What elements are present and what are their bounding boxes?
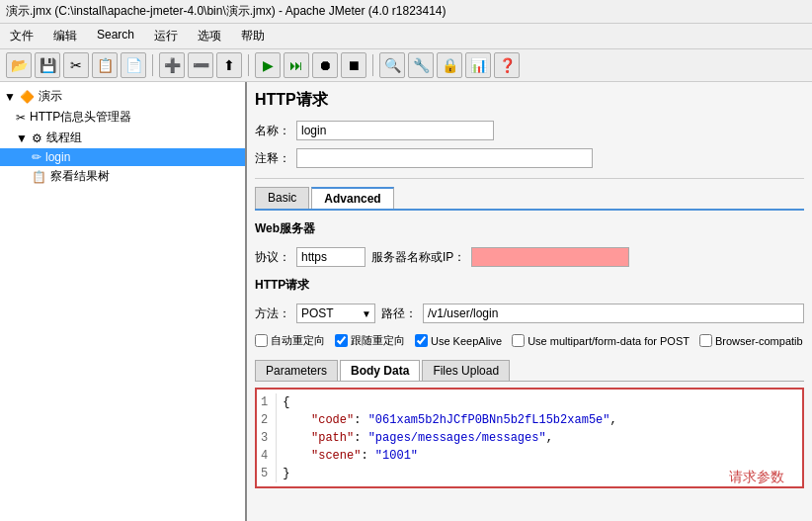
toolbar-sep-2 — [248, 54, 249, 76]
method-wrapper: POST GET PUT DELETE ▼ — [296, 304, 375, 323]
checkbox-auto-redirect[interactable]: 自动重定向 — [255, 333, 325, 348]
keepalive-checkbox[interactable] — [415, 334, 428, 347]
menu-help[interactable]: 帮助 — [235, 26, 271, 46]
right-panel: HTTP请求 名称： 注释： Basic Advanced Web服务器 协议：… — [247, 82, 812, 521]
divider-1 — [255, 178, 804, 179]
tree-item-login[interactable]: ✏ login — [0, 148, 245, 166]
tab-bar: Basic Advanced — [255, 187, 804, 211]
http-request-section-title: HTTP请求 — [255, 277, 804, 294]
btn-copy[interactable]: 📋 — [92, 52, 118, 78]
tab-basic[interactable]: Basic — [255, 187, 309, 209]
server-row: 协议： 服务器名称或IP： — [255, 247, 804, 267]
menu-edit[interactable]: 编辑 — [47, 26, 83, 46]
body-tab-bar: Parameters Body Data Files Upload — [255, 360, 804, 382]
tree-item-thread-group[interactable]: ▼ ⚙ 线程组 — [0, 128, 245, 148]
btn-save[interactable]: 💾 — [35, 52, 60, 78]
btn-cut[interactable]: ✂ — [63, 52, 89, 78]
path-input[interactable] — [423, 304, 804, 323]
menu-bar: 文件 编辑 Search 运行 选项 帮助 — [0, 24, 812, 49]
menu-search[interactable]: Search — [91, 26, 140, 46]
name-row: 名称： — [255, 121, 804, 140]
checkboxes-row: 自动重定向 跟随重定向 Use KeepAlive Use multipart/… — [255, 333, 804, 348]
main-layout: ▼ 🔶 演示 ✂ HTTP信息头管理器 ▼ ⚙ 线程组 ✏ login 📋 察看… — [0, 82, 812, 521]
tree-item-label: 察看结果树 — [50, 168, 110, 185]
tree-item-view-result[interactable]: 📋 察看结果树 — [0, 166, 245, 187]
tab-parameters[interactable]: Parameters — [255, 360, 338, 381]
btn-add[interactable]: ➕ — [159, 52, 185, 78]
request-params-label: 请求参数 — [729, 469, 784, 486]
protocol-label: 协议： — [255, 249, 290, 266]
toolbar-sep-1 — [152, 54, 153, 76]
comment-row: 注释： — [255, 148, 804, 168]
name-label: 名称： — [255, 123, 290, 139]
title-bar: 演示.jmx (C:\install\apache-jmeter-4.0\bin… — [0, 0, 812, 24]
demo-icon: 🔶 — [20, 90, 35, 104]
http-header-icon: ✂ — [16, 111, 26, 125]
multipart-checkbox[interactable] — [512, 334, 525, 347]
left-panel: ▼ 🔶 演示 ✂ HTTP信息头管理器 ▼ ⚙ 线程组 ✏ login 📋 察看… — [0, 82, 247, 521]
expand-icon: ▼ — [4, 90, 16, 104]
btn-up[interactable]: ⬆ — [216, 52, 242, 78]
view-result-icon: 📋 — [32, 170, 46, 184]
checkbox-follow-redirect[interactable]: 跟随重定向 — [335, 333, 405, 348]
title-text: 演示.jmx (C:\install\apache-jmeter-4.0\bin… — [6, 4, 447, 18]
btn-run[interactable]: ▶ — [255, 52, 281, 78]
toolbar: 📂 💾 ✂ 📋 📄 ➕ ➖ ⬆ ▶ ⏭ ⏺ ⏹ 🔍 🔧 🔒 📊 ❓ — [0, 49, 812, 82]
auto-redirect-checkbox[interactable] — [255, 334, 268, 347]
tree-item-demo[interactable]: ▼ 🔶 演示 — [0, 86, 245, 107]
code-content[interactable]: { "code": "061xam5b2hJCfP0BNn5b2fL15b2xa… — [283, 393, 798, 482]
server-input[interactable] — [471, 247, 629, 267]
toolbar-sep-3 — [372, 54, 373, 76]
login-icon: ✏ — [32, 150, 41, 164]
btn-run-all[interactable]: ⏭ — [284, 52, 309, 78]
panel-title: HTTP请求 — [255, 90, 804, 111]
tab-body-data[interactable]: Body Data — [340, 360, 420, 381]
btn-settings[interactable]: 🔧 — [408, 52, 434, 78]
server-name-label: 服务器名称或IP： — [371, 249, 465, 266]
btn-search[interactable]: 🔍 — [379, 52, 405, 78]
follow-redirect-checkbox[interactable] — [335, 334, 348, 347]
menu-file[interactable]: 文件 — [4, 26, 40, 46]
http-request-row: 方法： POST GET PUT DELETE ▼ 路径： — [255, 304, 804, 323]
menu-options[interactable]: 选项 — [192, 26, 227, 46]
btn-paste[interactable]: 📄 — [121, 52, 146, 78]
btn-open[interactable]: 📂 — [6, 52, 32, 78]
menu-run[interactable]: 运行 — [148, 26, 184, 46]
tree-item-http-header[interactable]: ✂ HTTP信息头管理器 — [0, 107, 245, 128]
btn-remove[interactable]: ➖ — [188, 52, 213, 78]
tab-files-upload[interactable]: Files Upload — [422, 360, 510, 381]
code-editor[interactable]: 1 2 3 4 5 { "code": "061xam5b2hJCfP0BNn5… — [255, 388, 804, 488]
btn-lock[interactable]: 🔒 — [437, 52, 462, 78]
btn-chart[interactable]: 📊 — [465, 52, 491, 78]
btn-stop[interactable]: ⏺ — [312, 52, 338, 78]
tree-item-label: 线程组 — [46, 130, 82, 146]
thread-group-icon: ⚙ — [32, 131, 42, 145]
tree-item-label: HTTP信息头管理器 — [30, 109, 131, 126]
line-numbers: 1 2 3 4 5 — [261, 393, 277, 482]
checkbox-browser[interactable]: Browser-compatib — [699, 334, 803, 347]
path-label: 路径： — [381, 305, 417, 322]
method-label: 方法： — [255, 305, 290, 322]
tree-item-label: login — [45, 150, 70, 164]
checkbox-keepalive[interactable]: Use KeepAlive — [415, 334, 502, 347]
tree-item-label: 演示 — [39, 88, 62, 105]
btn-help[interactable]: ❓ — [494, 52, 520, 78]
expand-icon: ▼ — [16, 131, 28, 145]
method-select[interactable]: POST GET PUT DELETE — [296, 304, 375, 323]
comment-input[interactable] — [296, 148, 593, 168]
protocol-input[interactable] — [296, 247, 365, 267]
tab-advanced[interactable]: Advanced — [311, 187, 393, 209]
name-input[interactable] — [296, 121, 494, 140]
browser-checkbox[interactable] — [699, 334, 712, 347]
checkbox-multipart[interactable]: Use multipart/form-data for POST — [512, 334, 690, 347]
comment-label: 注释： — [255, 150, 290, 167]
btn-shutdown[interactable]: ⏹ — [341, 52, 366, 78]
web-server-title: Web服务器 — [255, 220, 804, 237]
